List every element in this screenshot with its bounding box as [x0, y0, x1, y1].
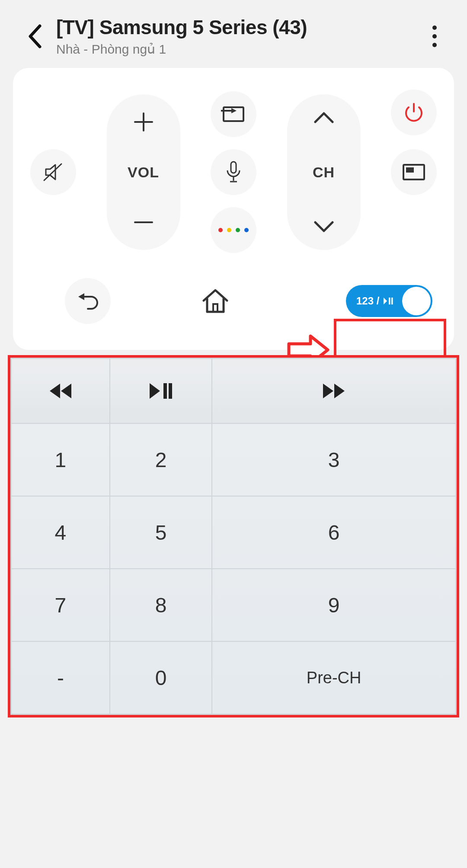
- home-button[interactable]: [201, 288, 230, 314]
- key-0[interactable]: 0: [110, 641, 212, 714]
- key-6[interactable]: 6: [212, 496, 456, 569]
- svg-point-2: [432, 43, 437, 47]
- voice-button[interactable]: [211, 149, 256, 195]
- svg-marker-14: [78, 293, 84, 300]
- chevron-down-icon: [312, 219, 336, 234]
- plus-icon: [131, 110, 156, 134]
- input-source-icon: [221, 105, 246, 124]
- svg-marker-19: [50, 384, 60, 398]
- key-prech[interactable]: Pre-CH: [212, 641, 456, 714]
- volume-up-button[interactable]: [131, 110, 156, 134]
- rewind-icon: [50, 384, 71, 398]
- return-button[interactable]: [65, 278, 111, 324]
- color-dots-icon: [218, 228, 249, 232]
- volume-down-button[interactable]: [131, 210, 156, 234]
- power-icon: [403, 101, 425, 124]
- channel-label: CH: [313, 164, 335, 181]
- volume-label: VOL: [128, 164, 159, 181]
- svg-rect-18: [391, 298, 393, 304]
- back-button[interactable]: [17, 19, 52, 54]
- channel-down-button[interactable]: [312, 219, 336, 234]
- play-pause-icon: [384, 298, 393, 304]
- key-4[interactable]: 4: [11, 496, 110, 569]
- color-buttons[interactable]: [211, 207, 256, 253]
- svg-rect-22: [163, 383, 167, 399]
- home-icon: [201, 288, 230, 314]
- toggle-knob: [402, 287, 431, 315]
- svg-rect-23: [169, 383, 172, 399]
- minus-icon: [131, 210, 156, 234]
- svg-marker-25: [334, 384, 345, 398]
- svg-marker-21: [150, 383, 160, 399]
- svg-point-1: [432, 34, 437, 38]
- keypad-toggle[interactable]: 123 /: [346, 285, 432, 317]
- svg-marker-20: [61, 384, 71, 398]
- play-pause-button[interactable]: [110, 359, 212, 423]
- key-5[interactable]: 5: [110, 496, 212, 569]
- key-dash[interactable]: -: [11, 641, 110, 714]
- toggle-label-text: 123 /: [356, 295, 379, 307]
- device-title: [TV] Samsung 5 Series (43): [56, 16, 419, 39]
- key-9[interactable]: 9: [212, 569, 456, 641]
- svg-marker-24: [323, 384, 333, 398]
- forward-button[interactable]: [212, 359, 456, 423]
- svg-rect-9: [231, 162, 236, 173]
- volume-rocker: VOL: [107, 94, 180, 250]
- input-button[interactable]: [211, 91, 256, 137]
- key-8[interactable]: 8: [110, 569, 212, 641]
- rewind-button[interactable]: [11, 359, 110, 423]
- key-1[interactable]: 1: [11, 423, 110, 496]
- more-menu-button[interactable]: [419, 19, 450, 54]
- svg-marker-8: [231, 108, 237, 113]
- return-icon: [76, 291, 100, 311]
- channel-up-button[interactable]: [312, 110, 336, 125]
- key-3[interactable]: 3: [212, 423, 456, 496]
- device-location: Nhà - Phòng ngủ 1: [56, 42, 419, 57]
- svg-point-0: [432, 26, 437, 30]
- chevron-left-icon: [27, 23, 42, 49]
- svg-rect-15: [213, 304, 218, 312]
- remote-card: VOL: [13, 68, 454, 350]
- key-7[interactable]: 7: [11, 569, 110, 641]
- mute-icon: [42, 160, 65, 184]
- key-2[interactable]: 2: [110, 423, 212, 496]
- caption-icon: [402, 163, 426, 181]
- app-header: [TV] Samsung 5 Series (43) Nhà - Phòng n…: [0, 0, 467, 68]
- power-button[interactable]: [391, 90, 437, 135]
- chevron-up-icon: [312, 110, 336, 125]
- svg-rect-13: [406, 167, 414, 173]
- forward-icon: [323, 384, 345, 398]
- caption-button[interactable]: [391, 149, 437, 195]
- channel-rocker: CH: [287, 94, 361, 250]
- microphone-icon: [225, 161, 242, 183]
- mute-button[interactable]: [30, 149, 76, 195]
- svg-rect-17: [389, 298, 390, 304]
- play-pause-icon: [150, 383, 172, 399]
- svg-marker-16: [384, 298, 387, 304]
- more-vertical-icon: [432, 25, 437, 48]
- keypad-grid: 1 2 3 4 5 6 7 8 9 - 0 Pre-CH: [10, 358, 457, 715]
